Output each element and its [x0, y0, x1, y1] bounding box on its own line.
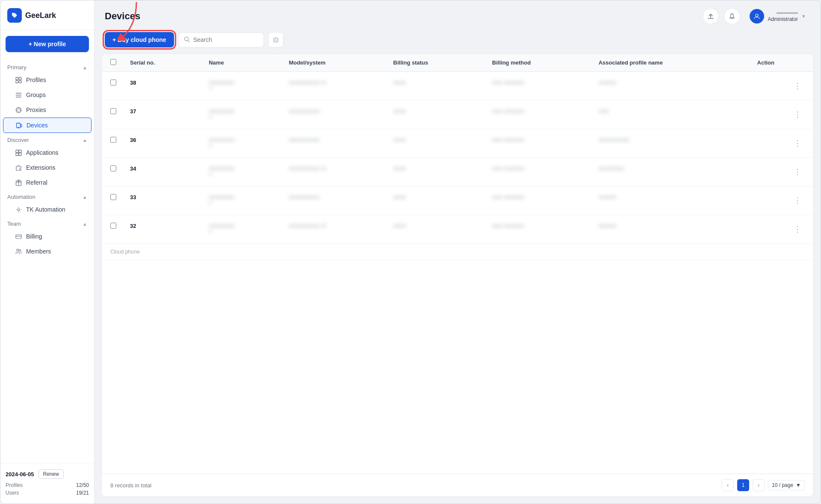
- row-actions: ⋮: [750, 100, 813, 129]
- next-page-button[interactable]: ›: [753, 479, 765, 491]
- buy-cloud-phone-button[interactable]: + Buy cloud phone: [105, 32, 174, 47]
- proxies-label: Proxies: [26, 106, 46, 113]
- row-actions: ⋮: [750, 72, 813, 100]
- row-billing-method: xxxx xxxxxxxx: [485, 158, 592, 186]
- svg-rect-2: [16, 80, 18, 83]
- row-more-button[interactable]: ⋮: [790, 137, 805, 150]
- row-billing-method: xxxx xxxxxxxx: [485, 129, 592, 158]
- user-role: Administrator: [768, 16, 798, 22]
- row-select-checkbox[interactable]: [110, 80, 116, 85]
- page-title: Devices: [105, 11, 140, 22]
- svg-point-7: [16, 107, 21, 112]
- search-input[interactable]: [193, 36, 258, 43]
- user-dropdown-icon: ▼: [801, 14, 806, 19]
- search-box: [178, 32, 264, 47]
- select-all-checkbox[interactable]: [110, 59, 116, 65]
- header-associated-profile: Associated profile name: [592, 54, 750, 72]
- header-name: Name: [202, 54, 282, 72]
- sidebar-item-billing[interactable]: Billing: [3, 229, 92, 244]
- app-name: GeeLark: [25, 11, 56, 20]
- row-checkbox[interactable]: [102, 186, 123, 215]
- row-model: xxxxxxxxxxxx: [282, 100, 386, 129]
- toolbar: + Buy cloud phone: [95, 32, 821, 53]
- header-checkbox: [102, 54, 123, 72]
- row-billing-status: xxxxx: [387, 129, 485, 158]
- discover-group-label[interactable]: Discover ▲: [0, 133, 94, 145]
- svg-rect-27: [274, 38, 278, 42]
- upload-button[interactable]: [703, 8, 719, 24]
- row-checkbox[interactable]: [102, 215, 123, 244]
- row-serial: 32: [123, 215, 202, 244]
- sidebar-item-referral[interactable]: Referral: [3, 175, 92, 190]
- per-page-chevron: ▼: [796, 482, 801, 488]
- apps-icon: [15, 149, 22, 156]
- billing-label: Billing: [26, 233, 42, 240]
- members-icon: [15, 248, 22, 255]
- row-select-checkbox[interactable]: [110, 108, 116, 114]
- referral-label: Referral: [26, 179, 47, 186]
- devices-table: Serial no. Name Model/system Billing sta…: [102, 54, 813, 260]
- row-more-button[interactable]: ⋮: [790, 108, 805, 121]
- renew-button[interactable]: Renew: [38, 469, 64, 479]
- row-billing-status: xxxxx: [387, 215, 485, 244]
- sidebar-item-tk-automation[interactable]: TK Automation: [3, 202, 92, 217]
- row-billing-status: xxxxx: [387, 158, 485, 186]
- row-more-button[interactable]: ⋮: [790, 223, 805, 236]
- users-stat: Users 19/21: [6, 490, 89, 496]
- row-select-checkbox[interactable]: [110, 137, 116, 143]
- row-profile: xxxxxxx: [592, 186, 750, 215]
- per-page-select[interactable]: 10 / page ▼: [768, 480, 805, 490]
- row-checkbox[interactable]: [102, 100, 123, 129]
- row-checkbox[interactable]: [102, 158, 123, 186]
- primary-chevron: ▲: [83, 65, 87, 70]
- app-logo-icon: [7, 8, 22, 23]
- row-select-checkbox[interactable]: [110, 194, 116, 200]
- row-checkbox[interactable]: [102, 72, 123, 100]
- svg-rect-19: [16, 235, 21, 239]
- sidebar-item-applications[interactable]: Applications: [3, 145, 92, 160]
- table-footer: 8 records in total ‹ 1 › 10 / page ▼: [102, 474, 813, 496]
- row-more-button[interactable]: ⋮: [790, 80, 805, 92]
- list-icon: [15, 91, 22, 98]
- logo-area: GeeLark: [0, 0, 94, 30]
- row-more-button[interactable]: ⋮: [790, 165, 805, 178]
- sidebar-item-extensions[interactable]: Extensions: [3, 160, 92, 175]
- sidebar-item-profiles[interactable]: Profiles: [3, 73, 92, 87]
- records-info: 8 records in total: [110, 482, 151, 489]
- row-select-checkbox[interactable]: [110, 165, 116, 171]
- discover-label: Discover: [7, 137, 29, 143]
- row-profile: xxxxxxx: [592, 72, 750, 100]
- proxy-icon: [15, 106, 22, 113]
- gift-icon: [15, 179, 22, 186]
- table-row: 37 xxxxxxxxxx •• xxxxxxxxxxxx xxxxx xxxx…: [102, 100, 813, 129]
- sidebar-item-devices[interactable]: Devices: [3, 118, 92, 133]
- team-label: Team: [7, 221, 21, 227]
- sidebar-item-proxies[interactable]: Proxies: [3, 103, 92, 117]
- row-billing-method: xxxx xxxxxxxx: [485, 100, 592, 129]
- prev-page-button[interactable]: ‹: [722, 479, 734, 491]
- row-checkbox[interactable]: [102, 129, 123, 158]
- sidebar-item-members[interactable]: Members: [3, 244, 92, 259]
- page-1-button[interactable]: 1: [737, 479, 749, 491]
- pagination: ‹ 1 › 10 / page ▼: [722, 479, 805, 491]
- team-group-label[interactable]: Team ▲: [0, 217, 94, 229]
- delete-button[interactable]: [268, 32, 284, 47]
- primary-label: Primary: [7, 64, 27, 71]
- notification-button[interactable]: [724, 8, 740, 24]
- user-area[interactable]: •••••••••••• Administrator ▼: [745, 7, 810, 25]
- primary-group-label[interactable]: Primary ▲: [0, 61, 94, 72]
- tk-automation-label: TK Automation: [26, 206, 65, 213]
- sidebar: GeeLark + New profile Primary ▲ Profile: [0, 0, 95, 504]
- automation-group-label[interactable]: Automation ▲: [0, 190, 94, 202]
- per-page-value: 10 / page: [772, 482, 793, 488]
- svg-point-24: [756, 14, 758, 17]
- row-actions: ⋮: [750, 186, 813, 215]
- profiles-label: Profiles: [26, 77, 46, 83]
- row-name: xxxxxxxxxx ••: [202, 129, 282, 158]
- row-more-button[interactable]: ⋮: [790, 194, 805, 207]
- row-model: xxxxxxxxxxxx: [282, 186, 386, 215]
- groups-label: Groups: [26, 91, 46, 98]
- row-select-checkbox[interactable]: [110, 223, 116, 229]
- new-profile-button[interactable]: + New profile: [6, 36, 89, 52]
- sidebar-item-groups[interactable]: Groups: [3, 88, 92, 102]
